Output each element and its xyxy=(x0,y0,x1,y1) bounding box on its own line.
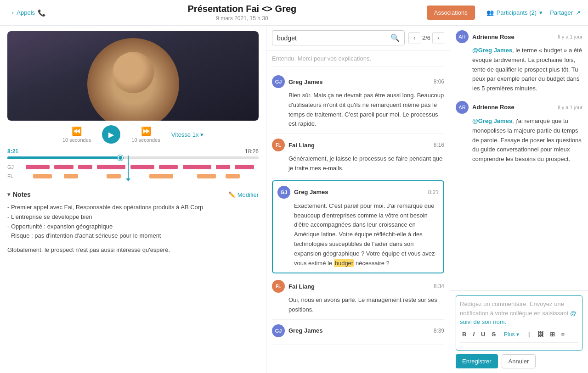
speaker-track-gj xyxy=(21,164,259,170)
speed-button[interactable]: Vitesse 1x ▾ xyxy=(171,131,204,138)
speaker-row-fl: FL xyxy=(7,173,259,179)
msg-name: Greg James xyxy=(288,327,322,334)
rewind-button[interactable]: ⏪ xyxy=(72,126,82,136)
modify-label: Modifier xyxy=(237,191,259,198)
seg xyxy=(97,165,125,169)
seg xyxy=(26,165,50,169)
notes-header: ▾ Notes ✏️ Modifier xyxy=(7,191,259,198)
seg xyxy=(216,165,230,169)
time-current: 8:21 xyxy=(7,148,18,155)
play-button[interactable]: ▶ xyxy=(102,125,120,144)
message-item: GJ Greg James 8:39 xyxy=(272,320,444,345)
image-button[interactable]: 🖼 xyxy=(535,330,546,339)
speaker-label-fl: FL xyxy=(7,173,17,179)
seg xyxy=(226,174,240,178)
seg xyxy=(235,165,254,169)
seg xyxy=(64,174,78,178)
modify-button[interactable]: ✏️ Modifier xyxy=(228,191,259,198)
search-icon: 🔍 xyxy=(390,33,400,42)
msg-text: Exactement. C'est pareil pour moi. J'ai … xyxy=(277,201,439,268)
progress-bar[interactable] xyxy=(7,156,259,159)
comment-toolbar: B I U S Plus ▾ | 🖼 ⊞ ≡ xyxy=(460,327,578,343)
seg xyxy=(159,165,178,169)
rewind-label: 10 secondes xyxy=(62,137,91,143)
chevron-down-icon: ▾ xyxy=(539,9,543,16)
underline-button[interactable]: U xyxy=(479,330,487,339)
timeline-section: 8:21 18:26 GJ xyxy=(0,146,266,186)
cancel-comment-button[interactable]: Annuler xyxy=(502,354,536,368)
avatar-fl: FL xyxy=(272,280,285,293)
msg-header: FL Fai Liang 8:16 xyxy=(272,139,444,151)
comment-text: @Greg James, j'ai remarqué que tu monopo… xyxy=(456,117,582,164)
time-total: 18:26 xyxy=(245,148,259,155)
participants-button[interactable]: 👥 Participants (2) ▾ xyxy=(486,9,543,16)
left-panel: ⏪ 10 secondes ▶ ⏩ 10 secondes Vitesse 1x… xyxy=(0,26,266,373)
code-button[interactable]: | xyxy=(525,330,533,339)
bold-button[interactable]: B xyxy=(460,330,469,339)
comment-textarea[interactable]: Rédigez un commentaire. Envoyez une noti… xyxy=(460,300,578,327)
forward-button[interactable]: ⏩ xyxy=(141,126,151,136)
seg xyxy=(78,165,92,169)
avatar-gj: GJ xyxy=(272,324,285,337)
msg-name: Fai Liang xyxy=(288,283,315,290)
associations-button[interactable]: Associations xyxy=(427,6,475,20)
comment-time: Il y a 1 jour xyxy=(558,34,582,39)
search-nav: ‹ 2/6 › xyxy=(408,32,444,44)
notes-line-2: - L'entreprise se développe bien xyxy=(7,212,259,222)
comment-avatar: AR xyxy=(456,30,469,43)
italic-button[interactable]: I xyxy=(470,330,477,339)
progress-fill xyxy=(7,156,120,159)
msg-header: GJ Greg James 8:39 xyxy=(272,324,444,337)
search-prev-button[interactable]: ‹ xyxy=(408,32,420,44)
comment-item: AR Adrienne Rose Il y a 1 jour @Greg Jam… xyxy=(456,101,582,164)
search-next-button[interactable]: › xyxy=(432,32,444,44)
table-button[interactable]: ⊞ xyxy=(548,330,557,339)
comment-time: Il y a 1 jour xyxy=(558,105,582,110)
transcript: Entendu. Merci pour vos explications. GJ… xyxy=(266,50,450,373)
comment-mention: @Greg James xyxy=(472,117,512,124)
save-comment-button[interactable]: Enregistrer xyxy=(456,354,498,368)
more-button[interactable]: Plus ▾ xyxy=(504,331,519,338)
msg-header: FL Fai Liang 8:34 xyxy=(272,280,444,293)
avatar-fl: FL xyxy=(272,139,285,151)
notes-line-4: - Risque : pas d'intention d'achat série… xyxy=(7,231,259,241)
message-item: FL Fai Liang 8:16 Généralement, je laiss… xyxy=(272,134,444,178)
transcript-placeholder[interactable]: Entendu. Merci pour vos explications. xyxy=(272,50,444,67)
back-button[interactable]: ‹ Appels 📞 xyxy=(7,6,50,19)
comment-mention: @Greg James xyxy=(472,47,512,54)
comment-input-area: Rédigez un commentaire. Envoyez une noti… xyxy=(450,290,588,373)
speaker-tracks: GJ FL xyxy=(7,164,259,179)
main-content: ⏪ 10 secondes ▶ ⏩ 10 secondes Vitesse 1x… xyxy=(0,26,588,373)
msg-time: 8:39 xyxy=(434,328,444,334)
comment-avatar: AR xyxy=(456,101,469,114)
middle-panel: 🔍 ‹ 2/6 › Entendu. Merci pour vos explic… xyxy=(266,26,450,373)
notes-content: - Premier appel avec Fai, Responsable de… xyxy=(7,203,259,241)
comment-header: AR Adrienne Rose Il y a 1 jour xyxy=(456,30,582,43)
search-input[interactable] xyxy=(277,34,387,42)
comment-author: Adrienne Rose xyxy=(472,104,514,111)
notes-title: ▾ Notes xyxy=(7,191,31,198)
progress-thumb[interactable] xyxy=(118,155,123,161)
notes-line-1: - Premier appel avec Fai, Responsable de… xyxy=(7,203,259,212)
speaker-label-gj: GJ xyxy=(7,164,17,170)
nav-divider xyxy=(475,8,475,17)
toolbar-separator xyxy=(522,331,522,338)
player-controls: ⏪ 10 secondes ▶ ⏩ 10 secondes Vitesse 1x… xyxy=(0,121,266,146)
highlight-word: budget xyxy=(334,259,354,267)
placeholder-text: Entendu. Merci pour vos explications. xyxy=(272,55,371,62)
msg-time: 8:21 xyxy=(428,189,439,195)
speaker-track-fl xyxy=(21,173,259,179)
search-input-wrap: 🔍 xyxy=(272,30,405,45)
search-bar: 🔍 ‹ 2/6 › xyxy=(266,26,450,50)
avatar-gj: GJ xyxy=(277,186,290,199)
list-button[interactable]: ≡ xyxy=(559,330,567,339)
share-button[interactable]: Partager ↗ xyxy=(550,9,581,16)
strikethrough-button[interactable]: S xyxy=(489,330,498,339)
comment-item: AR Adrienne Rose Il y a 1 jour @Greg Jam… xyxy=(456,30,582,94)
msg-time: 8:06 xyxy=(434,78,444,85)
notes-title-label: Notes xyxy=(13,191,31,198)
message-item: GJ Greg James 8:06 Bien sûr. Mais ça ne … xyxy=(272,71,444,134)
msg-time: 8:34 xyxy=(434,283,444,289)
msg-header: GJ Greg James 8:06 xyxy=(272,75,444,88)
comment-input-box: Rédigez un commentaire. Envoyez une noti… xyxy=(456,295,582,351)
